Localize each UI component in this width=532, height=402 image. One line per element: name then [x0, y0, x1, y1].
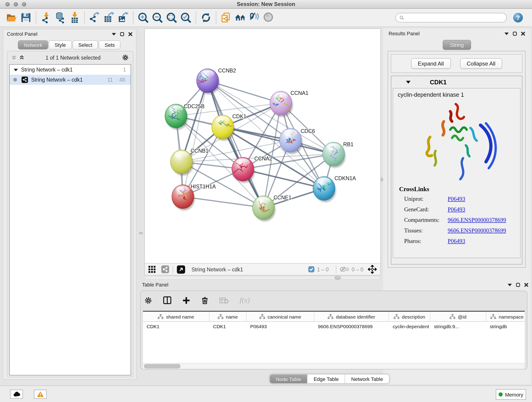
network-label: String Network – cdk1: [31, 77, 83, 83]
delete-icon[interactable]: [201, 296, 209, 304]
network-type-icon: [161, 265, 169, 273]
network-row[interactable]: String Network – cdk1 11 48: [10, 75, 131, 85]
table-hscrollbar[interactable]: [143, 363, 525, 369]
import-network-button[interactable]: [40, 12, 52, 24]
hide-glasses-button[interactable]: [248, 12, 261, 24]
birdseye-grid-icon[interactable]: [148, 266, 156, 273]
warning-button[interactable]: [34, 390, 47, 399]
section-collapse-icon[interactable]: [406, 80, 411, 84]
crosslink-link[interactable]: P06493: [448, 238, 465, 245]
table-row[interactable]: CDK1CDK1P064939606.ENSP00000378699cyclin…: [143, 322, 525, 332]
collapse-all-icon[interactable]: [19, 55, 24, 60]
tab-style[interactable]: Style: [49, 40, 72, 50]
column-header-sharedname[interactable]: shared name: [143, 312, 209, 321]
table-hscrollbar-thumb[interactable]: [144, 364, 181, 369]
node-CCNA1[interactable]: CCNA1: [270, 90, 308, 117]
collapse-all-button[interactable]: Collapse All: [460, 58, 502, 69]
fit-content-icon[interactable]: [368, 265, 377, 274]
column-header-description[interactable]: description: [389, 312, 430, 321]
column-header-name[interactable]: name: [209, 312, 247, 321]
help-button[interactable]: ?: [513, 12, 523, 23]
export-table-icon: [103, 12, 114, 23]
export-network-button[interactable]: [89, 12, 101, 24]
close-panel-icon[interactable]: [524, 283, 528, 287]
open-session-button[interactable]: [6, 12, 18, 24]
crosslink-link[interactable]: 9606.ENSP00000378699: [448, 217, 506, 224]
node-CCNB2[interactable]: CCNB2: [195, 68, 236, 95]
maximize-window-button[interactable]: [22, 2, 26, 6]
import-table-button[interactable]: [68, 12, 81, 24]
tab-network[interactable]: Network: [18, 40, 48, 50]
left-splitter-handle[interactable]: [139, 232, 143, 234]
export-table-button[interactable]: [103, 12, 115, 24]
node-HIST1H1A[interactable]: HIST1H1A: [172, 184, 216, 211]
gear-icon[interactable]: [122, 54, 129, 61]
maximize-panel-icon[interactable]: [120, 32, 124, 36]
tree-expander-icon[interactable]: [14, 68, 18, 71]
crosslink-link[interactable]: P06493: [448, 196, 465, 203]
close-window-button[interactable]: [6, 2, 10, 6]
cell: CDK1: [143, 322, 209, 332]
edge-HIST1H1A-CCNE1[interactable]: [183, 197, 264, 208]
column-header-databaseidentifier[interactable]: database identifier: [314, 312, 389, 321]
export-image-button[interactable]: [117, 12, 129, 24]
zoom-in-button[interactable]: [137, 12, 149, 24]
memory-button[interactable]: Memory: [496, 389, 526, 400]
zoom-selected-button[interactable]: [180, 12, 192, 24]
add-column-icon[interactable]: [182, 296, 190, 304]
network-canvas[interactable]: CCNB2CCNA1CDC25BCDK1CDC6RB1CCNB1CCNA2CDK…: [145, 29, 380, 263]
crosslink-label: Tissues:: [404, 227, 423, 234]
close-panel-icon[interactable]: [128, 32, 133, 36]
node-label-CDK1: CDK1: [232, 114, 246, 119]
export-view-icon[interactable]: [177, 265, 185, 274]
zoom-out-button[interactable]: [151, 12, 164, 24]
node-CDC6[interactable]: CDC6: [279, 128, 315, 154]
column-header-canonicalname[interactable]: canonical name: [247, 312, 314, 321]
float-panel-icon[interactable]: [112, 32, 116, 36]
tab-node-table[interactable]: Node Table: [269, 374, 308, 384]
right-splitter-handle[interactable]: [381, 177, 383, 182]
zoom-fit-button[interactable]: [165, 12, 178, 24]
close-panel-icon[interactable]: [521, 32, 525, 36]
float-panel-icon[interactable]: [508, 283, 512, 286]
float-panel-icon[interactable]: [505, 32, 509, 35]
expand-all-button[interactable]: Expand All: [411, 58, 451, 69]
maximize-panel-icon[interactable]: [516, 283, 520, 287]
node-CDK1[interactable]: CDK1: [212, 114, 246, 141]
save-session-button[interactable]: [20, 12, 32, 24]
refresh-button[interactable]: [200, 12, 212, 24]
tab-select[interactable]: Select: [72, 40, 98, 50]
minimize-window-button[interactable]: [14, 2, 18, 6]
node-CCNE1[interactable]: CCNE1: [253, 195, 291, 221]
node-RB1[interactable]: RB1: [323, 141, 354, 168]
tab-network-table[interactable]: Network Table: [345, 374, 389, 384]
gear-icon[interactable]: [144, 296, 152, 304]
homes-button[interactable]: [234, 12, 247, 24]
import-database-button[interactable]: [54, 12, 66, 24]
search-input[interactable]: [395, 13, 507, 22]
copy-documents-button[interactable]: [220, 12, 232, 24]
maximize-panel-icon[interactable]: [513, 32, 517, 36]
cdk1-section-header[interactable]: CDK1: [391, 76, 522, 88]
network-status-dot: [13, 78, 17, 82]
network-collection-row[interactable]: String Network – cdk1 1: [10, 65, 131, 75]
expand-all-icon[interactable]: [12, 55, 17, 60]
edge-CCNB2-CCNE1[interactable]: [208, 81, 264, 208]
show-sphere-button[interactable]: [263, 12, 275, 24]
crosslink-link[interactable]: 9606.ENSP00000378699: [448, 227, 506, 234]
node-CDC25B[interactable]: CDC25B: [165, 103, 205, 130]
columns-icon[interactable]: [163, 296, 171, 304]
node-CCNA2[interactable]: CCNA2: [231, 156, 272, 183]
column-header-namespace[interactable]: namespace: [486, 312, 525, 321]
selected-checkbox-icon[interactable]: [308, 266, 314, 272]
cloud-button[interactable]: [10, 390, 23, 399]
tab-edge-table[interactable]: Edge Table: [308, 374, 345, 384]
column-type-icon: [491, 314, 496, 319]
tab-string[interactable]: String: [443, 40, 471, 50]
node-CDKN1A[interactable]: CDKN1A: [313, 175, 356, 202]
column-header-id[interactable]: @id: [430, 312, 486, 321]
crosslink-link[interactable]: P06493: [448, 206, 465, 213]
edge-CCNA2-CDKN1A[interactable]: [243, 169, 324, 188]
hidden-eye-icon: [340, 266, 349, 272]
tab-sets[interactable]: Sets: [99, 40, 121, 50]
